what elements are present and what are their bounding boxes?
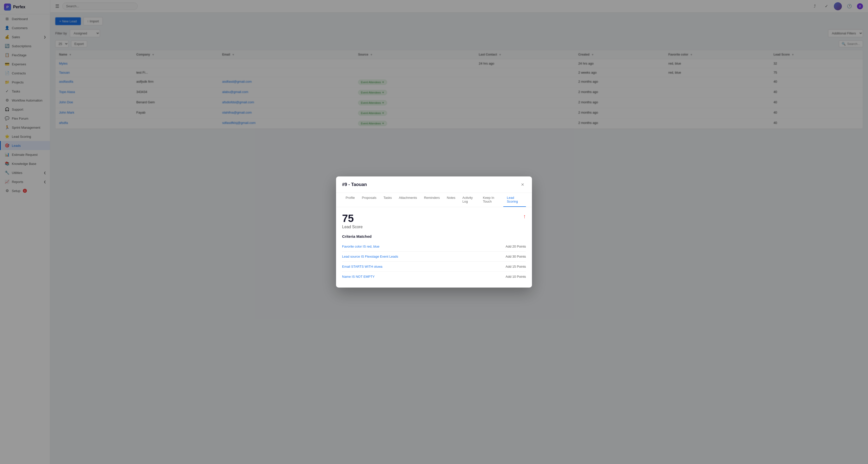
modal-title: #9 - Taouan bbox=[342, 182, 367, 187]
criteria-points-0: Add 20 Points bbox=[505, 244, 526, 248]
lead-score-label: Lead Score bbox=[342, 225, 363, 229]
arrow-up-indicator: ↑ bbox=[518, 213, 526, 220]
criteria-points-1: Add 30 Points bbox=[505, 255, 526, 258]
criteria-text-2[interactable]: Email STARTS WITH oluwa bbox=[342, 265, 382, 268]
criteria-title: Criteria Matched bbox=[342, 234, 526, 238]
modal-tab-tasks[interactable]: Tasks bbox=[380, 193, 395, 207]
lead-modal: #9 - Taouan ✕ ProfileProposalsTasksAttac… bbox=[336, 176, 532, 288]
modal-tab-attachments[interactable]: Attachments bbox=[395, 193, 421, 207]
modal-body: 75 Lead Score ↑ Criteria Matched Favorit… bbox=[336, 207, 532, 288]
modal-close-button[interactable]: ✕ bbox=[519, 181, 526, 188]
modal-overlay[interactable]: #9 - Taouan ✕ ProfileProposalsTasksAttac… bbox=[0, 0, 868, 464]
criteria-row-0: Favorite color IS red, blue Add 20 Point… bbox=[342, 241, 526, 252]
modal-header: #9 - Taouan ✕ bbox=[336, 176, 532, 193]
criteria-text-0[interactable]: Favorite color IS red, blue bbox=[342, 244, 379, 248]
modal-tab-keep-in-touch[interactable]: Keep In Touch bbox=[479, 193, 503, 207]
modal-tab-notes[interactable]: Notes bbox=[443, 193, 459, 207]
modal-tab-activity-log[interactable]: Activity Log bbox=[459, 193, 479, 207]
modal-tab-lead-scoring[interactable]: Lead Scoring bbox=[503, 193, 526, 207]
modal-tab-profile[interactable]: Profile bbox=[342, 193, 359, 207]
criteria-row-1: Lead source IS Flexstage Event Leads Add… bbox=[342, 252, 526, 262]
criteria-points-3: Add 10 Points bbox=[505, 275, 526, 279]
criteria-row-2: Email STARTS WITH oluwa Add 15 Points bbox=[342, 262, 526, 272]
criteria-text-3[interactable]: Name IS NOT EMPTY bbox=[342, 275, 375, 279]
criteria-text-1[interactable]: Lead source IS Flexstage Event Leads bbox=[342, 255, 398, 258]
lead-score-value: 75 bbox=[342, 213, 363, 224]
criteria-row-3: Name IS NOT EMPTY Add 10 Points bbox=[342, 272, 526, 282]
modal-tab-reminders[interactable]: Reminders bbox=[421, 193, 443, 207]
modal-tab-proposals[interactable]: Proposals bbox=[359, 193, 380, 207]
modal-tabs: ProfileProposalsTasksAttachmentsReminder… bbox=[336, 193, 532, 207]
criteria-points-2: Add 15 Points bbox=[505, 265, 526, 268]
